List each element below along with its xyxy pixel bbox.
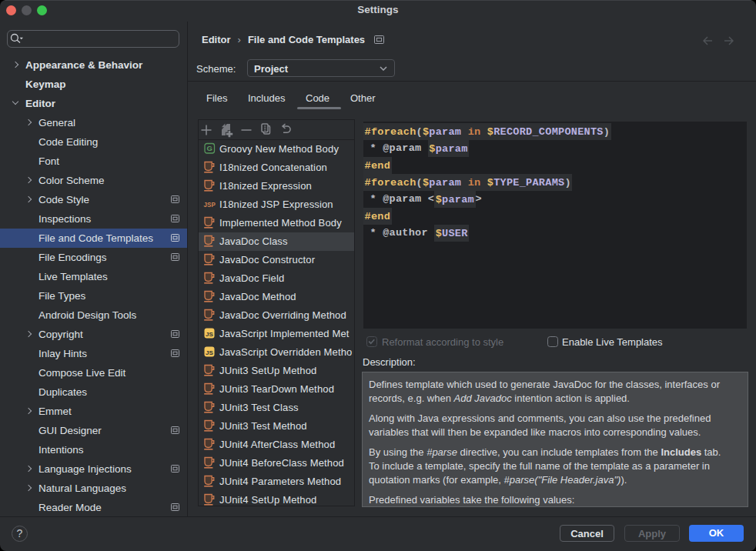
svg-text:JS: JS [206, 331, 214, 338]
svg-text:JSP: JSP [204, 200, 216, 209]
svg-text:JS: JS [206, 349, 214, 356]
svg-text:G: G [206, 144, 212, 152]
